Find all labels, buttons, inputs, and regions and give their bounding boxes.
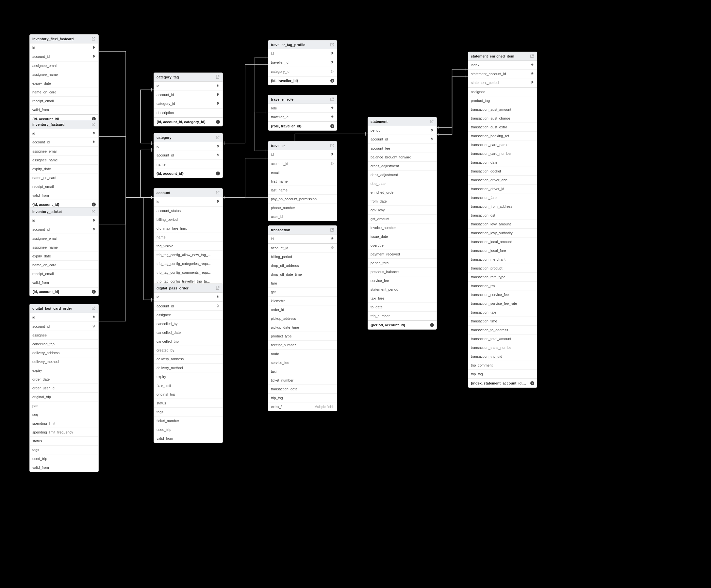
field-transaction_levy_authority: transaction_levy_authority: [468, 229, 537, 238]
table-inventory_eticket[interactable]: inventory_eticket id account_id assignee…: [29, 207, 99, 296]
open-icon[interactable]: [330, 42, 334, 47]
field-assignee_name: assignee_name: [30, 243, 98, 252]
field-seq: seq: [30, 410, 98, 419]
field-receipt_email: receipt_email: [30, 97, 98, 106]
field-account_id: account_id: [30, 138, 98, 147]
field-pay_on_account_permission: pay_on_account_permission: [268, 195, 337, 203]
field-order_user_id: order_user_id: [30, 384, 98, 393]
field-issue_date: issue_date: [368, 232, 436, 241]
field-id: id: [30, 43, 98, 52]
field-used_trip: used_trip: [30, 454, 98, 463]
field-trip_tag_config_comments_required: trip_tag_config_comments_required: [154, 268, 222, 277]
table-transaction[interactable]: transaction id account_id billing_period…: [268, 225, 337, 411]
open-icon[interactable]: [91, 122, 96, 127]
table-header[interactable]: category: [154, 133, 222, 142]
open-icon[interactable]: [330, 144, 334, 148]
table-category_tag[interactable]: category_tag id account_id category_id d…: [154, 72, 223, 126]
field-debit_adjustment: debit_adjustment: [368, 171, 436, 179]
table-header[interactable]: account: [154, 189, 222, 197]
open-icon[interactable]: [91, 306, 96, 311]
field-transaction_service_fee_rate: transaction_service_fee_rate: [468, 299, 537, 308]
open-icon[interactable]: [91, 37, 96, 41]
table-header[interactable]: digital_fast_card_order: [30, 304, 98, 313]
edge: [222, 64, 268, 143]
table-header[interactable]: inventory_flexi_fastcard: [30, 35, 98, 43]
table-statement[interactable]: statement period account_id account_fee …: [368, 117, 437, 330]
field-gst_amount: gst_amount: [368, 215, 436, 223]
field-valid_from: valid_from: [30, 278, 98, 287]
field-category_id: category_id: [154, 99, 222, 108]
open-icon[interactable]: [429, 119, 434, 124]
field-fare: fare: [268, 279, 337, 288]
field-category_id: category_id: [268, 67, 337, 76]
field-assignee_name: assignee_name: [30, 156, 98, 165]
info-icon: i: [92, 202, 96, 206]
table-header[interactable]: inventory_fastcard: [30, 120, 98, 129]
composite-key: {id, traveller_id} i: [268, 77, 337, 85]
table-category[interactable]: category id account_id name {id, account…: [154, 133, 223, 178]
field-id: id: [30, 313, 98, 322]
field-transaction_to_address: transaction_to_address: [468, 326, 537, 334]
field-period_total: period_total: [368, 259, 436, 267]
open-icon[interactable]: [215, 286, 220, 290]
field-assignee: assignee: [154, 311, 222, 320]
open-icon[interactable]: [215, 75, 220, 79]
table-traveller_tag_profile[interactable]: traveller_tag_profile id traveller_id ca…: [268, 40, 337, 85]
table-header[interactable]: statement: [368, 117, 436, 126]
field-account_id: account_id: [30, 225, 98, 234]
field-name_on_card: name_on_card: [30, 261, 98, 269]
field-id: id: [154, 82, 222, 90]
table-traveller[interactable]: traveller id account_id email first_name…: [268, 141, 337, 221]
field-expiry_date: expiry_date: [30, 79, 98, 88]
field-transaction_merchant: transaction_merchant: [468, 255, 537, 264]
field-cancelled_date: cancelled_date: [154, 328, 222, 337]
table-header[interactable]: category_tag: [154, 73, 222, 82]
field-original_trip: original_trip: [154, 390, 222, 399]
field-traveller_id: traveller_id: [268, 58, 337, 67]
info-icon: i: [216, 172, 220, 175]
field-phone_number: phone_number: [268, 203, 337, 212]
field-valid_from: valid_from: [30, 191, 98, 200]
field-account_status: account_status: [154, 206, 222, 215]
field-pan: pan: [30, 401, 98, 410]
table-digital_fast_card_order[interactable]: digital_fast_card_order id account_id as…: [29, 304, 99, 472]
table-statement_enriched_item[interactable]: statement_enriched_item index statement_…: [468, 51, 537, 388]
open-icon[interactable]: [215, 135, 220, 140]
table-inventory_fastcard[interactable]: inventory_fastcard id account_id assigne…: [29, 120, 99, 209]
field-order_id: order_id: [268, 305, 337, 314]
field-to_date: to_date: [368, 303, 436, 312]
table-header[interactable]: transaction: [268, 226, 337, 235]
open-icon[interactable]: [215, 191, 220, 195]
table-digital_pass_order[interactable]: digital_pass_order id account_id assigne…: [154, 284, 223, 443]
table-header[interactable]: traveller_role: [268, 95, 337, 104]
field-assignee: assignee: [30, 331, 98, 340]
table-account[interactable]: account id account_status billing_period…: [154, 188, 223, 286]
table-inventory_flexi_fastcard[interactable]: inventory_flexi_fastcard id account_id a…: [29, 34, 99, 124]
table-header[interactable]: traveller: [268, 141, 337, 150]
table-traveller_role[interactable]: traveller_role role traveller_id {role, …: [268, 95, 337, 131]
field-description: description: [154, 108, 222, 117]
open-icon[interactable]: [530, 54, 534, 59]
open-icon[interactable]: [330, 228, 334, 232]
field-tags: tags: [30, 445, 98, 454]
table-header[interactable]: inventory_eticket: [30, 208, 98, 216]
field-taxi: taxi: [268, 367, 337, 376]
open-icon[interactable]: [330, 97, 334, 102]
table-header[interactable]: statement_enriched_item: [468, 52, 537, 61]
open-icon[interactable]: [91, 210, 96, 214]
field-status: status: [30, 437, 98, 445]
table-header[interactable]: traveller_tag_profile: [268, 41, 337, 49]
field-fare_limit: fare_limit: [154, 381, 222, 390]
field-index: index: [468, 61, 537, 70]
edge: [98, 51, 154, 198]
field-trip_tag_config_allow_new_tag_addition: trip_tag_config_allow_new_tag_addition: [154, 251, 222, 259]
info-icon: i: [216, 120, 220, 124]
edge: [141, 150, 154, 198]
field-dfc_max_fare_limit: dfc_max_fare_limit: [154, 224, 222, 233]
field-previous_balance: previous_balance: [368, 267, 436, 276]
field-traveller_id: traveller_id: [268, 113, 337, 122]
table-header[interactable]: digital_pass_order: [154, 284, 222, 293]
field-drop_off_date_time: drop_off_date_time: [268, 270, 337, 279]
field-name: name: [154, 233, 222, 242]
field-statement_period: statement_period: [468, 79, 537, 87]
